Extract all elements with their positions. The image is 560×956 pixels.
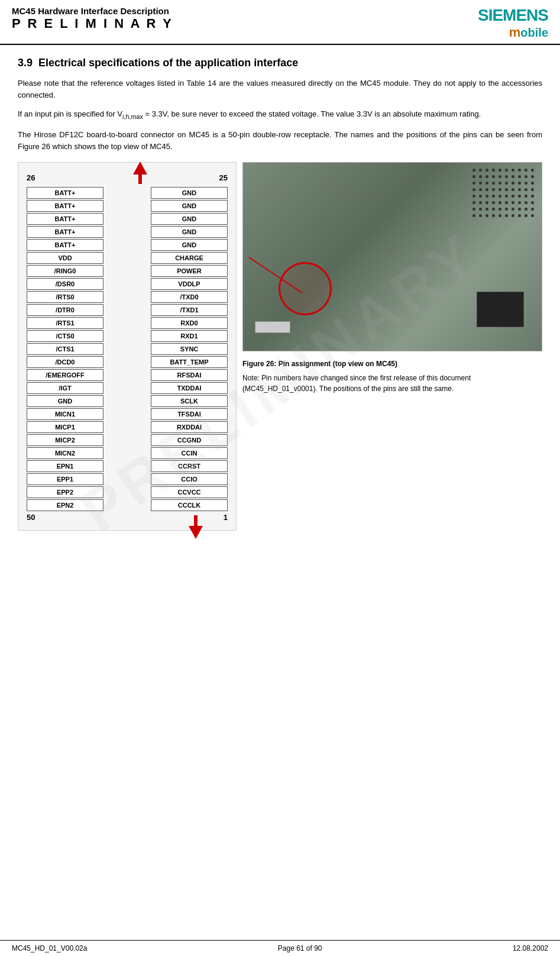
board-hole — [472, 175, 475, 178]
paragraph-3: The Hirose DF12C board-to-board connecto… — [18, 129, 542, 153]
board-hole — [499, 169, 501, 172]
board-connector — [255, 321, 290, 333]
header-logo-block: SIEMENS mobile — [478, 6, 548, 40]
board-hole — [518, 182, 521, 185]
pin-row: /DSR0VDDLP — [27, 278, 228, 290]
board-hole — [505, 195, 508, 198]
board-hole — [512, 188, 514, 191]
board-hole — [505, 188, 508, 191]
pin-row: EPP2CCVCC — [27, 486, 228, 498]
board-hole — [472, 195, 475, 198]
pin-row: BATT+GND — [27, 226, 228, 238]
board-hole — [485, 182, 488, 185]
pin-row: EPN2CCCLK — [27, 499, 228, 511]
pin-right-8: /TXD0 — [151, 291, 228, 303]
pin-left-20: MICN2 — [27, 447, 103, 459]
pin-row: MICP2CCGND — [27, 434, 228, 446]
pin-row: GNDSCLK — [27, 395, 228, 407]
pin-right-14: RFSDAI — [151, 369, 228, 381]
pin-right-17: TFSDAI — [151, 408, 228, 420]
board-hole — [499, 175, 501, 178]
board-holes — [472, 169, 536, 219]
board-hole — [472, 214, 475, 217]
pin-left-11: /CTS0 — [27, 330, 103, 342]
section-title: 3.9 Electrical specifications of the app… — [18, 57, 542, 69]
board-hole — [479, 214, 482, 217]
svg-rect-2 — [194, 515, 198, 526]
board-hole — [531, 175, 534, 178]
header-title-block: MC45 Hardware Interface Description P R … — [12, 6, 173, 31]
board-hole — [492, 201, 495, 204]
pin-row: BATT+GND — [27, 239, 228, 251]
pin-row: /CTS1SYNC — [27, 343, 228, 355]
svg-rect-1 — [138, 175, 142, 184]
board-hole — [531, 195, 534, 198]
pin-row: /RING0POWER — [27, 265, 228, 277]
page-header: MC45 Hardware Interface Description P R … — [0, 0, 560, 45]
pin-right-15: TXDDAI — [151, 382, 228, 394]
board-hole — [492, 214, 495, 217]
figure-caption-block: Figure 26: Pin assignment (top view on M… — [242, 358, 542, 394]
board-hole — [512, 175, 514, 178]
pin-left-19: MICP2 — [27, 434, 103, 446]
board-hole — [512, 208, 514, 211]
board-hole — [525, 208, 527, 211]
board-hole — [479, 169, 482, 172]
pin-row: /DCD0BATT_TEMP — [27, 356, 228, 368]
right-number-top: 25 — [219, 173, 228, 182]
board-hole — [512, 169, 514, 172]
pin-left-12: /CTS1 — [27, 343, 103, 355]
board-hole — [525, 169, 527, 172]
pin-left-9: /DTR0 — [27, 304, 103, 316]
pin-left-1: BATT+ — [27, 200, 103, 212]
pin-header: 26 25 — [27, 173, 228, 182]
pin-row: /RTS1RXD0 — [27, 317, 228, 329]
board-hole — [485, 214, 488, 217]
paragraph-1: Please note that the reference voltages … — [18, 77, 542, 101]
pin-left-2: BATT+ — [27, 213, 103, 225]
board-hole — [531, 201, 534, 204]
pin-right-16: SCLK — [151, 395, 228, 407]
doc-title: MC45 Hardware Interface Description — [12, 6, 173, 16]
pin-rows: BATT+GNDBATT+GNDBATT+GNDBATT+GNDBATT+GND… — [27, 187, 228, 511]
figure-note: Note: Pin numbers have changed since the… — [242, 373, 542, 394]
main-content: 3.9 Electrical specifications of the app… — [0, 45, 560, 542]
pin-row: /RTS0/TXD0 — [27, 291, 228, 303]
board-hole — [531, 188, 534, 191]
pin-left-8: /RTS0 — [27, 291, 103, 303]
mobile-logo: mobile — [478, 25, 548, 40]
footer-left: MC45_HD_01_V00.02a — [12, 944, 87, 952]
board-hole — [512, 195, 514, 198]
pin-left-0: BATT+ — [27, 187, 103, 199]
board-hole — [485, 188, 488, 191]
board-hole — [485, 169, 488, 172]
board-hole — [505, 182, 508, 185]
board-hole — [479, 182, 482, 185]
board-hole — [505, 214, 508, 217]
board-hole — [479, 175, 482, 178]
board-hole — [518, 169, 521, 172]
pin-right-5: CHARGE — [151, 252, 228, 264]
svg-marker-0 — [133, 162, 147, 175]
pin-right-23: CCVCC — [151, 486, 228, 498]
pin-right-22: CCIO — [151, 473, 228, 485]
board-hole — [531, 214, 534, 217]
pin-row: BATT+GND — [27, 200, 228, 212]
board-hole — [479, 188, 482, 191]
pin-right-9: /TXD1 — [151, 304, 228, 316]
pin-right-6: POWER — [151, 265, 228, 277]
board-hole — [512, 214, 514, 217]
pin-right-18: RXDDAI — [151, 421, 228, 433]
board-hole — [525, 214, 527, 217]
left-number-bottom: 50 — [27, 513, 35, 522]
pin-row: /IGTTXDDAI — [27, 382, 228, 394]
pin-left-10: /RTS1 — [27, 317, 103, 329]
board-hole — [499, 201, 501, 204]
siemens-logo: SIEMENS — [478, 6, 548, 25]
board-hole — [485, 201, 488, 204]
pin-left-4: BATT+ — [27, 239, 103, 251]
pin-left-14: /EMERGOFF — [27, 369, 103, 381]
board-hole — [485, 208, 488, 211]
board-hole — [472, 182, 475, 185]
pin-right-11: RXD1 — [151, 330, 228, 342]
